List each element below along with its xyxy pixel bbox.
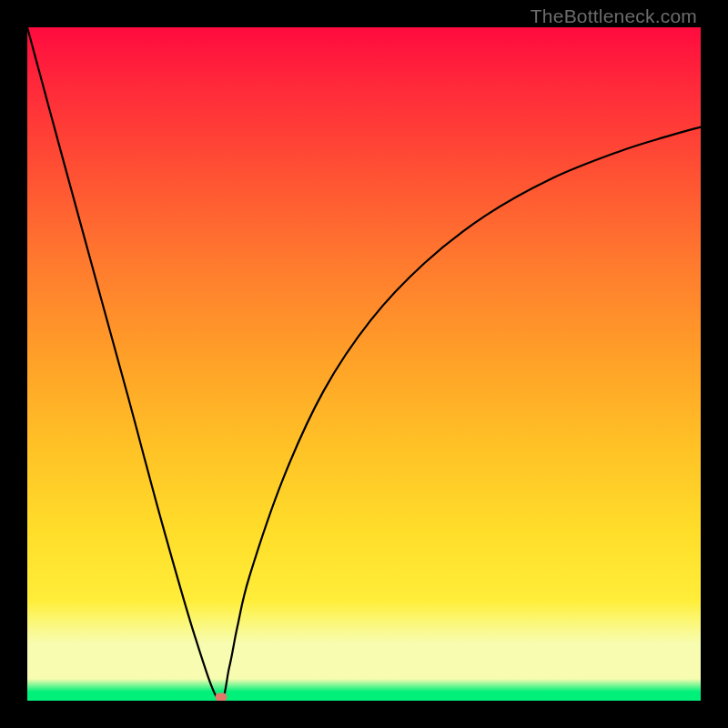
bottleneck-curve (27, 27, 701, 701)
minimum-marker (216, 693, 228, 701)
curve-path (27, 27, 701, 701)
plot-area (27, 27, 701, 701)
chart-frame: TheBottleneck.com (0, 0, 728, 728)
watermark-text: TheBottleneck.com (531, 5, 697, 27)
